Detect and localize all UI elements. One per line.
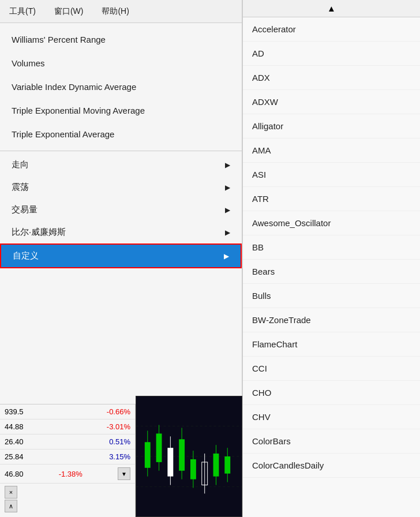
menu-bar: 工具(T) 窗口(W) 帮助(H): [0, 0, 242, 23]
scroll-up-button[interactable]: ∧: [5, 500, 17, 512]
indicator-name-flamechart[interactable]: FlameChart: [243, 332, 420, 357]
data-change-2: 0.51%: [109, 437, 130, 446]
close-button[interactable]: ×: [5, 486, 17, 499]
indicator-vida[interactable]: Variable Index Dynamic Average: [0, 75, 242, 99]
bottom-controls: × ∧: [0, 484, 135, 515]
svg-rect-7: [156, 433, 162, 462]
data-value-2: 26.40: [5, 437, 24, 446]
indicator-name-bb[interactable]: BB: [243, 235, 420, 260]
submenu-bill[interactable]: 比尔·威廉姆斯 ▶: [0, 221, 242, 243]
submenu-bill-label: 比尔·威廉姆斯: [12, 227, 66, 238]
indicator-name-ama[interactable]: AMA: [243, 138, 420, 163]
indicator-name-bw-zonetrade[interactable]: BW-ZoneTrade: [243, 308, 420, 332]
data-change-4: -1.38%: [59, 470, 82, 478]
indicator-name-bears[interactable]: Bears: [243, 260, 420, 284]
submenu-volume-arrow: ▶: [225, 206, 230, 214]
indicator-name-adxw[interactable]: ADXW: [243, 90, 420, 114]
indicator-name-alligator[interactable]: Alligator: [243, 114, 420, 138]
indicator-name-accelerator[interactable]: Accelerator: [243, 17, 420, 42]
svg-rect-19: [224, 456, 230, 474]
submenu-trend-label: 走向: [12, 159, 29, 170]
svg-rect-9: [167, 448, 173, 477]
data-row-0: 939.5 -0.66%: [0, 404, 135, 419]
menu-help[interactable]: 帮助(H): [98, 4, 132, 19]
scroll-up-icon: ▲: [327, 3, 336, 13]
indicator-name-awesome-oscillator[interactable]: Awesome_Oscillator: [243, 211, 420, 235]
indicator-name-bulls[interactable]: Bulls: [243, 284, 420, 308]
menu-tools[interactable]: 工具(T): [6, 4, 39, 19]
data-value-4: 46.80: [5, 470, 24, 478]
submenu-trend[interactable]: 走向 ▶: [0, 153, 242, 176]
data-change-3: 3.15%: [109, 452, 130, 461]
scroll-up-indicator[interactable]: ▲: [243, 0, 420, 17]
indicator-tema[interactable]: Triple Exponential Moving Average: [0, 99, 242, 122]
dropdown-button[interactable]: ▼: [118, 467, 130, 480]
indicator-name-chv[interactable]: CHV: [243, 405, 420, 429]
svg-rect-5: [145, 442, 151, 468]
data-value-1: 44.88: [5, 422, 24, 431]
indicator-list: Williams' Percent Range Volumes Variable…: [0, 23, 242, 151]
svg-rect-11: [179, 439, 185, 470]
indicator-trix[interactable]: Triple Exponential Average: [0, 122, 242, 146]
candlestick-chart: [136, 396, 242, 516]
data-value-0: 939.5: [5, 407, 24, 416]
chart-area: [136, 396, 242, 517]
right-panel: ▲ Accelerator AD ADX ADXW Alligator AMA …: [242, 0, 420, 517]
indicator-name-cho[interactable]: CHO: [243, 381, 420, 405]
svg-rect-17: [213, 454, 219, 477]
indicator-volumes[interactable]: Volumes: [0, 51, 242, 75]
data-panel: 939.5 -0.66% 44.88 -3.01% 26.40 0.51% 25…: [0, 404, 136, 517]
submenu-volume[interactable]: 交易量 ▶: [0, 198, 242, 221]
indicator-name-atr[interactable]: ATR: [243, 187, 420, 211]
data-change-1: -3.01%: [107, 422, 130, 431]
submenu-oscillator-arrow: ▶: [225, 183, 230, 192]
data-change-0: -0.66%: [107, 407, 130, 416]
menu-window[interactable]: 窗口(W): [51, 4, 87, 19]
data-row-1: 44.88 -3.01%: [0, 419, 135, 434]
indicator-name-ad[interactable]: AD: [243, 42, 420, 66]
submenu-volume-label: 交易量: [12, 204, 38, 215]
data-row-3: 25.84 3.15%: [0, 449, 135, 464]
submenu-custom[interactable]: 自定义 ▶: [0, 243, 242, 268]
submenu-custom-label: 自定义: [13, 250, 39, 261]
submenu-bill-arrow: ▶: [225, 228, 230, 237]
indicator-name-colorbars[interactable]: ColorBars: [243, 429, 420, 454]
submenu-list: 走向 ▶ 震荡 ▶ 交易量 ▶ 比尔·威廉姆斯 ▶ 自定义 ▶: [0, 151, 242, 271]
indicator-williams[interactable]: Williams' Percent Range: [0, 28, 242, 51]
submenu-trend-arrow: ▶: [225, 161, 230, 169]
indicator-name-colorcandlesdaily[interactable]: ColorCandlesDaily: [243, 454, 420, 478]
indicator-name-adx[interactable]: ADX: [243, 66, 420, 90]
data-row-4: 46.80 -1.38% ▼: [0, 464, 135, 484]
svg-rect-13: [190, 459, 196, 479]
submenu-custom-arrow: ▶: [224, 252, 229, 260]
indicator-name-asi[interactable]: ASI: [243, 163, 420, 187]
indicator-name-cci[interactable]: CCI: [243, 357, 420, 381]
submenu-oscillator-label: 震荡: [12, 182, 29, 193]
data-value-3: 25.84: [5, 452, 24, 461]
data-row-2: 26.40 0.51%: [0, 434, 135, 449]
submenu-oscillator[interactable]: 震荡 ▶: [0, 176, 242, 198]
